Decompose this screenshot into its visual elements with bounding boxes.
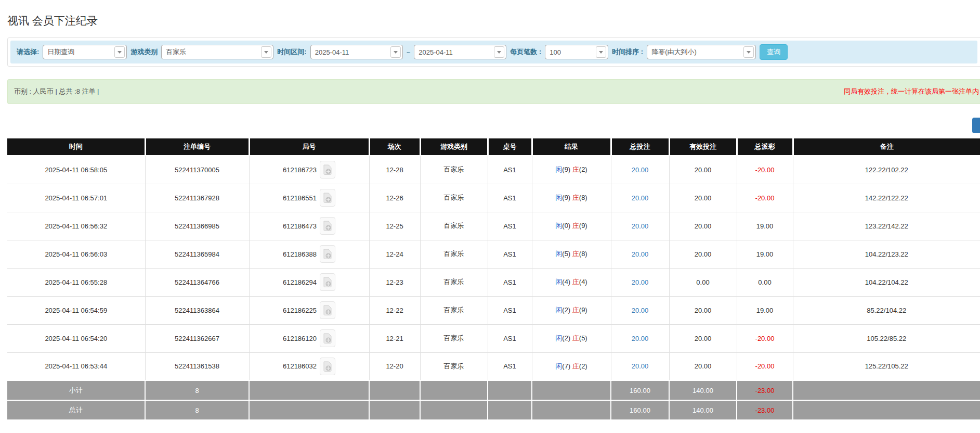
cell-round-no: 612186723: [249, 156, 369, 184]
table-row: 2025-04-11 06:54:20 522411362667 6121861…: [7, 324, 980, 352]
cell-game: 百家乐: [420, 352, 488, 380]
header-remark: 备注: [793, 138, 980, 156]
video-replay-button[interactable]: [320, 301, 335, 319]
video-replay-button[interactable]: [320, 245, 335, 263]
cell-bet-no: 522411370005: [145, 156, 249, 184]
video-replay-button[interactable]: [320, 189, 335, 207]
total-bet-link[interactable]: 20.00: [632, 194, 649, 202]
cell-time: 2025-04-11 06:54:20: [7, 324, 145, 352]
query-type-label: 请选择:: [17, 47, 39, 57]
video-icon: [323, 305, 332, 315]
result-player: 闲: [555, 362, 562, 370]
chevron-down-icon[interactable]: [494, 46, 504, 58]
total-bet-link[interactable]: 20.00: [632, 222, 649, 230]
video-replay-button[interactable]: [320, 329, 335, 347]
result-player: 闲: [555, 334, 562, 342]
cell-game: 百家乐: [420, 268, 488, 296]
total-bet-link[interactable]: 20.00: [632, 250, 649, 258]
query-type-select[interactable]: 日期查询: [43, 45, 127, 59]
cell-total-bet: 20.00: [611, 296, 669, 324]
cell-valid-bet: 0.00: [669, 268, 737, 296]
result-banker: 庄: [572, 334, 579, 342]
cell-valid-bet: 20.00: [669, 296, 737, 324]
video-replay-button[interactable]: [320, 217, 335, 235]
cell-remark: 104.22/123.22: [793, 240, 980, 268]
total-count: 8: [145, 400, 249, 420]
cell-total-bet: 20.00: [611, 212, 669, 240]
total-valid-bet: 140.00: [669, 400, 737, 420]
cell-round-no: 612186032: [249, 352, 369, 380]
cell-valid-bet: 20.00: [669, 324, 737, 352]
header-time: 时间: [7, 138, 145, 156]
cell-round-no: 612186551: [249, 184, 369, 212]
total-bet-link[interactable]: 20.00: [632, 362, 649, 370]
cell-time: 2025-04-11 06:53:44: [7, 352, 145, 380]
cell-time: 2025-04-11 06:54:59: [7, 296, 145, 324]
search-button[interactable]: 查询: [760, 44, 788, 60]
cell-total-bet: 20.00: [611, 268, 669, 296]
total-bet-link[interactable]: 20.00: [632, 166, 649, 174]
cell-round-no: 612186120: [249, 324, 369, 352]
cell-time: 2025-04-11 06:58:05: [7, 156, 145, 184]
cell-result: 闲(7) 庄(2): [532, 352, 611, 380]
cell-payout: -20.00: [737, 324, 793, 352]
cell-remark: 122.22/102.22: [793, 156, 980, 184]
game-type-select[interactable]: 百家乐: [161, 45, 273, 59]
subtotal-total-bet: 160.00: [611, 380, 669, 400]
cell-round-no: 612186225: [249, 296, 369, 324]
cell-bet-no: 522411361538: [145, 352, 249, 380]
total-bet-link[interactable]: 20.00: [632, 307, 649, 314]
cell-bet-no: 522411365984: [145, 240, 249, 268]
header-session: 场次: [369, 138, 420, 156]
chevron-down-icon[interactable]: [261, 46, 271, 58]
cell-payout: -20.00: [737, 156, 793, 184]
table-row: 2025-04-11 06:57:01 522411367928 6121865…: [7, 184, 980, 212]
cell-table-no: AS1: [488, 296, 532, 324]
cell-table-no: AS1: [488, 184, 532, 212]
cell-table-no: AS1: [488, 156, 532, 184]
header-bet-no: 注单编号: [145, 138, 249, 156]
date-to-select[interactable]: 2025-04-11: [414, 45, 506, 59]
filter-panel: 请选择: 日期查询 游戏类别 百家乐 时间区间: 2025-04-11 ~ 20…: [7, 37, 980, 67]
cell-session: 12-28: [369, 156, 420, 184]
cell-game: 百家乐: [420, 324, 488, 352]
time-range-label: 时间区间:: [277, 47, 306, 57]
chevron-down-icon[interactable]: [390, 46, 401, 58]
cell-result: 闲(5) 庄(8): [532, 240, 611, 268]
total-bet-link[interactable]: 20.00: [632, 278, 649, 286]
cell-time: 2025-04-11 06:57:01: [7, 184, 145, 212]
cell-game: 百家乐: [420, 184, 488, 212]
cell-bet-no: 522411364766: [145, 268, 249, 296]
cell-bet-no: 522411362667: [145, 324, 249, 352]
total-row: 总计 8 160.00 140.00 -23.00: [7, 400, 980, 420]
cell-round-no: 612186388: [249, 240, 369, 268]
result-banker: 庄: [572, 278, 579, 286]
video-replay-button[interactable]: [320, 273, 335, 291]
partial-edge-button[interactable]: [972, 118, 980, 133]
cell-game: 百家乐: [420, 240, 488, 268]
filter-bar: 请选择: 日期查询 游戏类别 百家乐 时间区间: 2025-04-11 ~ 20…: [10, 41, 977, 63]
cell-game: 百家乐: [420, 212, 488, 240]
video-replay-button[interactable]: [320, 358, 335, 375]
result-player: 闲: [555, 278, 562, 286]
video-replay-button[interactable]: [320, 161, 335, 179]
total-bet-link[interactable]: 20.00: [632, 335, 649, 342]
chevron-down-icon[interactable]: [596, 46, 606, 58]
chevron-down-icon[interactable]: [114, 46, 125, 58]
time-sort-select[interactable]: 降幂(由大到小): [647, 45, 756, 59]
cell-table-no: AS1: [488, 324, 532, 352]
cell-time: 2025-04-11 06:56:03: [7, 240, 145, 268]
cell-game: 百家乐: [420, 296, 488, 324]
game-type-label: 游戏类别: [130, 47, 158, 57]
per-page-select[interactable]: 100: [545, 45, 608, 59]
cell-session: 12-23: [369, 268, 420, 296]
subtotal-label: 小计: [7, 380, 145, 400]
cell-remark: 142.22/122.22: [793, 184, 980, 212]
chevron-down-icon[interactable]: [743, 46, 754, 58]
cell-payout: 19.00: [737, 296, 793, 324]
cell-session: 12-22: [369, 296, 420, 324]
date-from-select[interactable]: 2025-04-11: [310, 45, 403, 59]
cell-result: 闲(2) 庄(9): [532, 296, 611, 324]
video-icon: [323, 361, 332, 372]
header-result: 结果: [532, 138, 611, 156]
